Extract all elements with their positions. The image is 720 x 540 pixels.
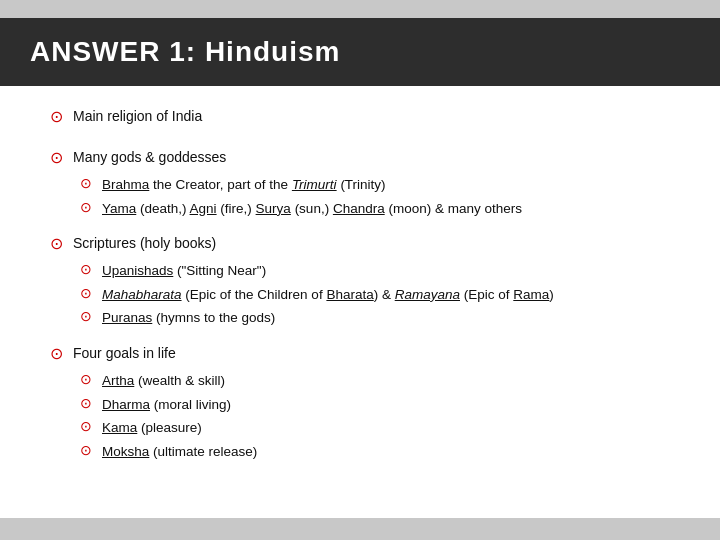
sub-item-artha: ⊙Artha (wealth & skill) (80, 370, 690, 392)
bullet-item-main-religion: ⊙Main religion of India (50, 106, 690, 127)
sub-bullet-icon-yama: ⊙ (80, 199, 92, 215)
section-main-religion: ⊙Main religion of India (50, 106, 690, 133)
sub-bullet-icon-kama: ⊙ (80, 418, 92, 434)
sub-bullet-icon-puranas: ⊙ (80, 308, 92, 324)
sub-text-kama: Kama (pleasure) (102, 417, 202, 439)
sub-text-mahabharata: Mahabharata (Epic of the Children of Bha… (102, 284, 554, 306)
top-bar (0, 0, 720, 18)
sub-text-artha: Artha (wealth & skill) (102, 370, 225, 392)
sub-item-kama: ⊙Kama (pleasure) (80, 417, 690, 439)
sub-list-many-gods: ⊙Brahma the Creator, part of the Trimurt… (80, 174, 690, 219)
section-four-goals: ⊙Four goals in life⊙Artha (wealth & skil… (50, 343, 690, 462)
bullet-icon-main-religion: ⊙ (50, 107, 63, 126)
bullet-item-scriptures: ⊙Scriptures (holy books) (50, 233, 690, 254)
sub-item-yama: ⊙Yama (death,) Agni (fire,) Surya (sun,)… (80, 198, 690, 220)
slide-title: ANSWER 1: Hinduism (30, 36, 690, 68)
bullet-icon-scriptures: ⊙ (50, 234, 63, 253)
sub-list-four-goals: ⊙Artha (wealth & skill)⊙Dharma (moral li… (80, 370, 690, 462)
section-scriptures: ⊙Scriptures (holy books)⊙Upanishads ("Si… (50, 233, 690, 329)
sub-text-moksha: Moksha (ultimate release) (102, 441, 257, 463)
bullet-icon-many-gods: ⊙ (50, 148, 63, 167)
sub-item-dharma: ⊙Dharma (moral living) (80, 394, 690, 416)
sub-list-scriptures: ⊙Upanishads ("Sitting Near")⊙Mahabharata… (80, 260, 690, 329)
sub-item-brahma: ⊙Brahma the Creator, part of the Trimurt… (80, 174, 690, 196)
section-many-gods: ⊙Many gods & goddesses⊙Brahma the Creato… (50, 147, 690, 219)
bullet-item-four-goals: ⊙Four goals in life (50, 343, 690, 364)
bullet-item-many-gods: ⊙Many gods & goddesses (50, 147, 690, 168)
bottom-bar (0, 518, 720, 540)
sub-bullet-icon-upanishads: ⊙ (80, 261, 92, 277)
sub-bullet-icon-moksha: ⊙ (80, 442, 92, 458)
sub-item-upanishads: ⊙Upanishads ("Sitting Near") (80, 260, 690, 282)
title-bar: ANSWER 1: Hinduism (0, 18, 720, 86)
sub-text-upanishads: Upanishads ("Sitting Near") (102, 260, 266, 282)
sub-bullet-icon-dharma: ⊙ (80, 395, 92, 411)
bullet-icon-four-goals: ⊙ (50, 344, 63, 363)
bullet-text-many-gods: Many gods & goddesses (73, 147, 226, 168)
sub-item-mahabharata: ⊙Mahabharata (Epic of the Children of Bh… (80, 284, 690, 306)
sub-text-brahma: Brahma the Creator, part of the Trimurti… (102, 174, 386, 196)
sub-text-yama: Yama (death,) Agni (fire,) Surya (sun,) … (102, 198, 522, 220)
sub-bullet-icon-mahabharata: ⊙ (80, 285, 92, 301)
sub-item-puranas: ⊙Puranas (hymns to the gods) (80, 307, 690, 329)
sub-bullet-icon-brahma: ⊙ (80, 175, 92, 191)
bullet-text-main-religion: Main religion of India (73, 106, 202, 127)
bullet-text-scriptures: Scriptures (holy books) (73, 233, 216, 254)
content-area: ⊙Main religion of India⊙Many gods & godd… (0, 86, 720, 518)
sub-text-puranas: Puranas (hymns to the gods) (102, 307, 275, 329)
sub-text-dharma: Dharma (moral living) (102, 394, 231, 416)
sub-item-moksha: ⊙Moksha (ultimate release) (80, 441, 690, 463)
bullet-text-four-goals: Four goals in life (73, 343, 176, 364)
sub-bullet-icon-artha: ⊙ (80, 371, 92, 387)
